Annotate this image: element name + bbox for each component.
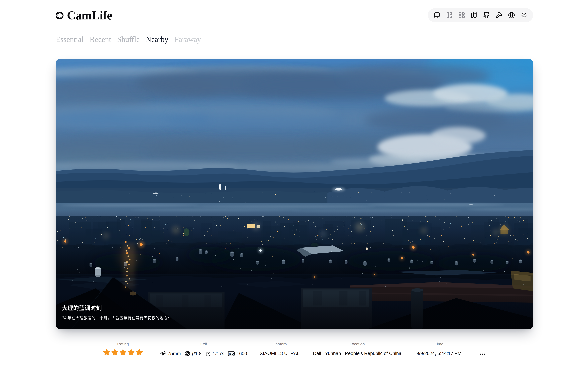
svg-text:ISO: ISO	[229, 352, 234, 355]
